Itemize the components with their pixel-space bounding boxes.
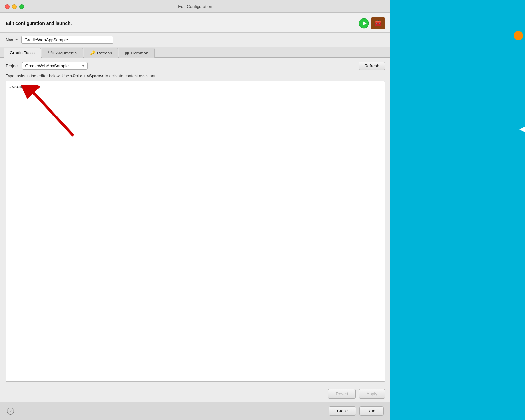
window-controls [5,4,24,9]
run-icon[interactable] [359,18,369,29]
tab-arguments[interactable]: ⁽ˣ⁾= Arguments [42,48,83,58]
refresh-label: Refresh [97,51,112,55]
window-title: Edit Configuration [178,4,212,9]
refresh-button[interactable]: Refresh [359,62,385,70]
side-panel: ◀ [390,0,525,420]
header-icons: 🧰 [359,17,385,29]
header-title: Edit configuration and launch. [6,21,72,26]
common-icon: ▦ [125,50,129,55]
side-arrow-icon: ◀ [519,125,525,133]
run-button[interactable]: Run [359,406,384,416]
arguments-label: Arguments [56,51,77,55]
tab-common[interactable]: ▦ Common [119,48,155,58]
project-select[interactable]: GradleWebAppSample [22,62,88,70]
editor-content: assemble [9,84,381,90]
hint-text: Type tasks in the editor below. Use <Ctr… [6,74,385,78]
revert-button[interactable]: Revert [328,389,356,399]
footer-right: Close Run [329,406,384,416]
header-bar: Edit configuration and launch. 🧰 [0,13,390,33]
footer-bar: ? Close Run [0,402,390,420]
red-arrow-annotation [19,85,85,150]
help-button[interactable]: ? [7,408,14,415]
svg-line-3 [34,93,73,136]
maximize-window-btn[interactable] [19,4,24,9]
project-left: Project GradleWebAppSample [6,62,88,70]
editor-area[interactable]: assemble [6,81,385,382]
main-window: Edit Configuration Edit configuration an… [0,0,390,420]
refresh-tab-icon: 🔑 [90,50,95,55]
project-label: Project [6,63,19,68]
common-label: Common [131,51,148,55]
title-bar: Edit Configuration [0,0,390,13]
toolbox-icon: 🧰 [371,17,385,29]
close-window-btn[interactable] [5,4,10,9]
orange-badge [514,31,523,40]
tab-gradle-tasks[interactable]: Gradle Tasks [4,48,41,58]
project-row: Project GradleWebAppSample Refresh [6,62,385,70]
name-input[interactable] [21,36,113,44]
bottom-bar: Revert Apply [0,386,390,402]
name-row: Name: [0,33,390,47]
name-label: Name: [6,37,18,42]
minimize-window-btn[interactable] [12,4,17,9]
arguments-icon: ⁽ˣ⁾= [48,50,54,55]
close-button[interactable]: Close [329,406,356,416]
tabs-bar: Gradle Tasks ⁽ˣ⁾= Arguments 🔑 Refresh ▦ … [0,47,390,58]
gradle-tasks-panel: Project GradleWebAppSample Refresh Type … [0,58,390,386]
content-area: Name: Gradle Tasks ⁽ˣ⁾= Arguments 🔑 Refr… [0,33,390,402]
gradle-tasks-label: Gradle Tasks [10,50,35,55]
apply-button[interactable]: Apply [359,389,385,399]
tab-refresh[interactable]: 🔑 Refresh [84,48,118,58]
